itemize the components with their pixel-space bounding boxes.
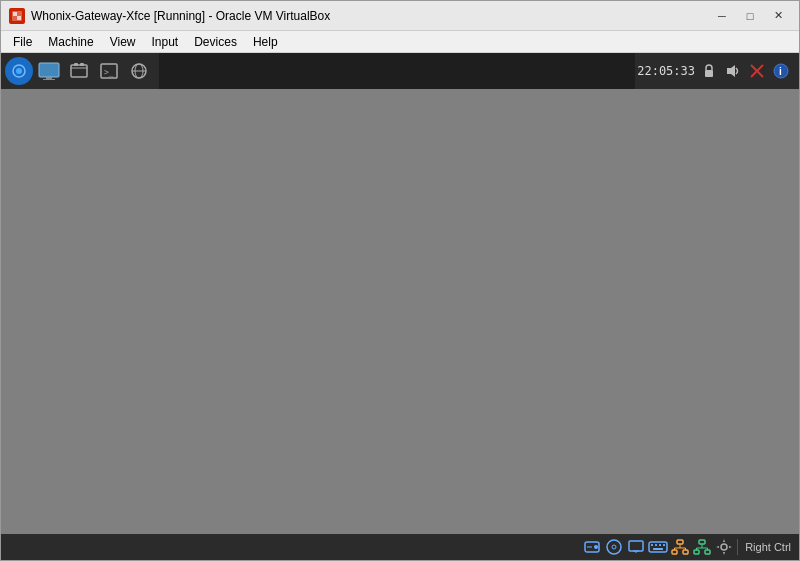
- network-button[interactable]: [125, 57, 153, 85]
- svg-point-52: [721, 544, 727, 550]
- network1-icon[interactable]: [670, 537, 690, 557]
- info-icon: i: [771, 61, 791, 81]
- snapshots-button[interactable]: [65, 57, 93, 85]
- settings-icon[interactable]: [714, 537, 734, 557]
- svg-rect-10: [74, 63, 78, 66]
- svg-rect-39: [672, 550, 677, 554]
- vm-display[interactable]: [1, 89, 799, 534]
- svg-rect-33: [651, 544, 653, 546]
- svg-rect-9: [71, 65, 87, 77]
- menu-view[interactable]: View: [102, 33, 144, 51]
- display-status-icon[interactable]: [626, 537, 646, 557]
- svg-rect-36: [663, 544, 665, 546]
- status-divider: [737, 539, 738, 555]
- maximize-button[interactable]: □: [737, 6, 763, 26]
- toolbar-right: 22:05:33: [637, 61, 795, 81]
- app-icon: [9, 8, 25, 24]
- svg-point-28: [612, 545, 616, 549]
- menu-devices[interactable]: Devices: [186, 33, 245, 51]
- svg-point-27: [607, 540, 621, 554]
- svg-rect-18: [705, 70, 713, 77]
- svg-rect-45: [699, 540, 705, 544]
- svg-rect-32: [649, 542, 667, 552]
- network2-icon[interactable]: [692, 537, 712, 557]
- svg-text:i: i: [779, 66, 782, 77]
- right-ctrl-label: Right Ctrl: [741, 541, 795, 553]
- menu-help[interactable]: Help: [245, 33, 286, 51]
- svg-rect-6: [39, 63, 59, 77]
- keyboard-icon[interactable]: [648, 537, 668, 557]
- menu-machine[interactable]: Machine: [40, 33, 101, 51]
- whonix-icon-button[interactable]: [5, 57, 33, 85]
- svg-marker-19: [727, 65, 735, 77]
- svg-rect-2: [17, 16, 21, 20]
- virtualbox-window: Whonix-Gateway-Xfce [Running] - Oracle V…: [0, 0, 800, 561]
- svg-point-25: [594, 545, 598, 549]
- optical-drive-icon[interactable]: [604, 537, 624, 557]
- status-clock: 22:05:33: [637, 64, 695, 78]
- svg-rect-37: [653, 548, 663, 550]
- svg-rect-47: [705, 550, 710, 554]
- menu-input[interactable]: Input: [144, 33, 187, 51]
- svg-text:>_: >_: [104, 68, 114, 77]
- display-button[interactable]: [35, 57, 63, 85]
- network-off-icon: [747, 61, 767, 81]
- svg-rect-7: [46, 77, 52, 79]
- close-button[interactable]: ✕: [765, 6, 791, 26]
- svg-rect-35: [659, 544, 661, 546]
- status-bar: Right Ctrl: [1, 534, 799, 560]
- hdd-icon[interactable]: [582, 537, 602, 557]
- svg-point-5: [16, 68, 22, 74]
- toolbar-spacer: [159, 53, 635, 89]
- menu-file[interactable]: File: [5, 33, 40, 51]
- window-controls: ─ □ ✕: [709, 6, 791, 26]
- svg-rect-1: [13, 12, 17, 16]
- toolbar: >_ 22:05:33: [1, 53, 799, 89]
- menu-bar: File Machine View Input Devices Help: [1, 31, 799, 53]
- svg-rect-11: [80, 63, 84, 66]
- lock-icon: [699, 61, 719, 81]
- svg-rect-46: [694, 550, 699, 554]
- title-bar: Whonix-Gateway-Xfce [Running] - Oracle V…: [1, 1, 799, 31]
- svg-rect-38: [677, 540, 683, 544]
- svg-rect-34: [655, 544, 657, 546]
- audio-icon: [723, 61, 743, 81]
- minimize-button[interactable]: ─: [709, 6, 735, 26]
- terminal-button[interactable]: >_: [95, 57, 123, 85]
- svg-rect-40: [683, 550, 688, 554]
- svg-rect-29: [629, 541, 643, 551]
- svg-rect-8: [43, 79, 55, 80]
- window-title: Whonix-Gateway-Xfce [Running] - Oracle V…: [31, 9, 709, 23]
